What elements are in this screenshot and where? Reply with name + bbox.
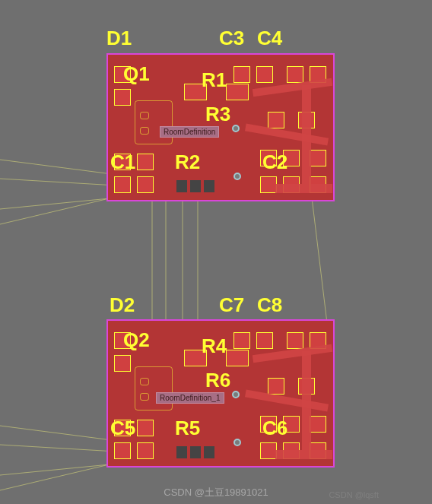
via xyxy=(232,391,240,398)
pad xyxy=(114,176,131,193)
designator-R6[interactable]: R6 xyxy=(205,369,230,392)
pad xyxy=(268,378,284,395)
pad xyxy=(256,66,273,83)
designator-R4[interactable]: R4 xyxy=(202,334,227,358)
pad xyxy=(204,180,214,192)
designator-C1[interactable]: C1 xyxy=(110,151,135,174)
pad xyxy=(226,350,249,366)
watermark-secondary: CSDN @lqsft xyxy=(329,490,379,499)
via xyxy=(233,439,241,446)
silk-q1 xyxy=(135,100,173,144)
pad xyxy=(204,446,214,458)
designator-D2[interactable]: D2 xyxy=(110,293,135,317)
designator-R5[interactable]: R5 xyxy=(175,417,200,440)
pad xyxy=(176,446,187,458)
designator-Q2[interactable]: Q2 xyxy=(123,328,150,352)
trace xyxy=(275,450,332,459)
designator-D1[interactable]: D1 xyxy=(106,27,132,50)
pad xyxy=(176,180,187,192)
pad xyxy=(256,332,273,349)
silk xyxy=(140,112,149,119)
pad xyxy=(114,89,131,106)
pad xyxy=(260,442,277,459)
pcb-canvas[interactable]: RoomDefinition Ro xyxy=(0,0,432,504)
pad xyxy=(268,112,284,128)
room-label-top[interactable]: RoomDefinition xyxy=(160,126,219,138)
pad xyxy=(114,355,131,372)
pad xyxy=(137,442,154,459)
pad xyxy=(137,154,154,170)
pad xyxy=(310,416,326,433)
designator-R2[interactable]: R2 xyxy=(175,151,200,174)
designator-R3[interactable]: R3 xyxy=(205,103,230,126)
trace xyxy=(245,124,329,146)
pad xyxy=(226,84,249,100)
designator-R1[interactable]: R1 xyxy=(202,68,227,92)
pad xyxy=(310,150,326,166)
pad xyxy=(190,180,201,192)
designator-Q1[interactable]: Q1 xyxy=(123,62,150,86)
silk-q2 xyxy=(135,366,173,410)
designator-C3[interactable]: C3 xyxy=(219,27,244,50)
pad xyxy=(137,420,154,436)
designator-C6[interactable]: C6 xyxy=(262,417,287,440)
designator-C5[interactable]: C5 xyxy=(110,417,135,440)
designator-C7[interactable]: C7 xyxy=(219,293,244,317)
silk xyxy=(140,378,149,385)
svg-line-14 xyxy=(312,198,327,323)
via xyxy=(233,173,241,180)
pad xyxy=(287,332,303,349)
trace xyxy=(245,390,329,412)
pad xyxy=(287,66,303,83)
pad xyxy=(233,332,250,349)
silk xyxy=(140,127,149,135)
via xyxy=(232,125,240,132)
trace xyxy=(275,184,332,193)
pad xyxy=(260,176,277,193)
pad xyxy=(114,442,131,459)
svg-line-15 xyxy=(0,426,118,441)
designator-C4[interactable]: C4 xyxy=(257,27,282,50)
room-label-bottom[interactable]: RoomDefinition_1 xyxy=(156,392,224,404)
pad xyxy=(137,176,154,193)
silk xyxy=(140,393,149,401)
pad xyxy=(233,66,250,83)
designator-C2[interactable]: C2 xyxy=(262,151,287,174)
pad xyxy=(190,446,201,458)
svg-line-0 xyxy=(0,160,118,175)
designator-C8[interactable]: C8 xyxy=(257,293,282,317)
